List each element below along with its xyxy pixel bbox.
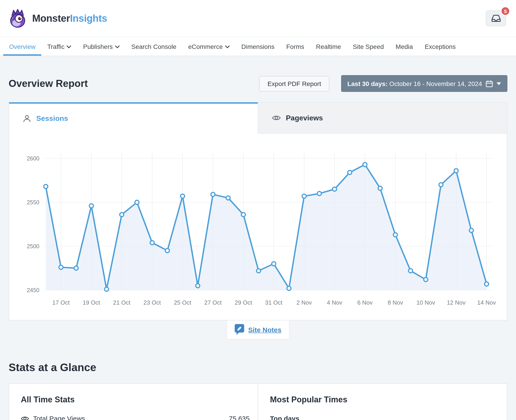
- data-point[interactable]: [241, 212, 245, 217]
- stat-row-total-page-views: Total Page Views 75,635: [21, 415, 250, 420]
- nav-item-site-speed[interactable]: Site Speed: [347, 37, 390, 56]
- date-range-value: October 16 - November 14, 2024: [389, 80, 482, 87]
- nav-item-traffic[interactable]: Traffic: [41, 37, 77, 56]
- data-point[interactable]: [272, 262, 276, 266]
- data-point[interactable]: [196, 284, 200, 288]
- tab-sessions[interactable]: Sessions: [9, 102, 258, 134]
- data-point[interactable]: [363, 163, 367, 166]
- data-point[interactable]: [408, 269, 412, 273]
- nav-item-label: Realtime: [316, 43, 341, 50]
- x-axis-label: 6 Nov: [357, 299, 373, 306]
- nav-item-label: Traffic: [47, 43, 65, 50]
- data-point[interactable]: [135, 200, 139, 204]
- header-actions: 5: [486, 10, 506, 26]
- monster-mascot-icon: [8, 8, 28, 28]
- data-point[interactable]: [150, 240, 154, 245]
- caret-down-icon: [497, 82, 501, 85]
- nav-item-exceptions[interactable]: Exceptions: [419, 37, 462, 56]
- data-point[interactable]: [317, 191, 321, 195]
- stat-label: Total Page Views: [21, 415, 229, 420]
- data-point[interactable]: [439, 183, 443, 187]
- area-fill: [46, 165, 486, 290]
- notifications-button[interactable]: 5: [486, 10, 506, 26]
- all-time-stats-panel: All Time Stats Total Page Views 75,635: [9, 384, 258, 420]
- data-point[interactable]: [424, 278, 428, 282]
- report-content: Overview Report Export PDF Report Last 3…: [0, 75, 516, 420]
- date-range-label: Last 30 days:: [347, 80, 387, 87]
- nav-item-label: Exceptions: [425, 43, 456, 50]
- site-notes-button[interactable]: Site Notes: [226, 320, 290, 339]
- nav-item-label: Dimensions: [241, 43, 274, 50]
- calendar-icon: [486, 80, 493, 87]
- data-point[interactable]: [181, 194, 185, 198]
- nav-item-label: Media: [396, 43, 413, 50]
- nav-item-overview[interactable]: Overview: [3, 37, 41, 56]
- data-point[interactable]: [378, 186, 382, 190]
- x-axis-label: 19 Oct: [83, 299, 100, 306]
- nav-item-label: eCommerce: [188, 43, 223, 50]
- nav-item-realtime[interactable]: Realtime: [310, 37, 347, 56]
- data-point[interactable]: [469, 228, 473, 232]
- y-axis-label: 2550: [27, 199, 39, 205]
- data-point[interactable]: [89, 204, 93, 208]
- nav-item-search-console[interactable]: Search Console: [125, 37, 182, 56]
- data-point[interactable]: [74, 266, 78, 270]
- data-point[interactable]: [104, 287, 108, 291]
- export-pdf-button[interactable]: Export PDF Report: [259, 76, 329, 91]
- x-axis-label: 4 Nov: [327, 299, 342, 306]
- data-point[interactable]: [226, 196, 230, 200]
- date-range-text: Last 30 days: October 16 - November 14, …: [347, 80, 482, 87]
- nav-item-ecommerce[interactable]: eCommerce: [182, 37, 236, 56]
- data-point[interactable]: [211, 192, 215, 196]
- y-axis-label: 2500: [27, 243, 39, 249]
- total-page-views-label: Total Page Views: [33, 415, 85, 420]
- site-header: MonsterInsights 5: [0, 0, 516, 37]
- main-nav: OverviewTrafficPublishersSearch Consolee…: [0, 37, 516, 56]
- report-header: Overview Report Export PDF Report Last 3…: [9, 75, 507, 92]
- nav-item-media[interactable]: Media: [390, 37, 419, 56]
- data-point[interactable]: [59, 265, 63, 269]
- brand-insights: Insights: [70, 12, 107, 24]
- nav-item-label: Forms: [286, 43, 304, 50]
- sessions-chart[interactable]: 245025002550260017 Oct19 Oct21 Oct23 Oct…: [9, 134, 508, 320]
- data-point[interactable]: [165, 248, 169, 253]
- data-point[interactable]: [485, 282, 489, 286]
- data-point[interactable]: [348, 170, 352, 174]
- y-axis-label: 2600: [27, 155, 39, 162]
- chevron-down-icon: [67, 45, 71, 48]
- x-axis-label: 17 Oct: [52, 299, 70, 306]
- total-page-views-value: 75,635: [229, 415, 250, 420]
- x-axis-label: 29 Oct: [235, 299, 252, 306]
- data-point[interactable]: [287, 286, 291, 290]
- top-days-label: Top days: [270, 415, 499, 420]
- chevron-down-icon: [115, 45, 120, 48]
- sessions-chart-card: Sessions Pageviews 245025002550260017 Oc…: [9, 102, 507, 320]
- chart-tabs: Sessions Pageviews: [9, 102, 507, 134]
- data-point[interactable]: [332, 187, 337, 191]
- x-axis-label: 10 Nov: [416, 299, 435, 306]
- most-popular-times-panel: Most Popular Times Top days: [258, 384, 507, 420]
- data-point[interactable]: [44, 184, 48, 188]
- x-axis-label: 31 Oct: [265, 299, 283, 306]
- x-axis-label: 2 Nov: [297, 299, 312, 306]
- data-point[interactable]: [393, 233, 397, 237]
- tab-pageviews[interactable]: Pageviews: [258, 102, 507, 134]
- stats-heading: Stats at a Glance: [9, 361, 507, 374]
- data-point[interactable]: [454, 169, 458, 173]
- data-point[interactable]: [256, 269, 261, 273]
- data-point[interactable]: [120, 212, 124, 217]
- tab-sessions-label: Sessions: [36, 114, 68, 123]
- stats-panel: All Time Stats Total Page Views 75,635 M…: [9, 383, 507, 420]
- x-axis-label: 25 Oct: [174, 299, 191, 306]
- date-range-button[interactable]: Last 30 days: October 16 - November 14, …: [341, 75, 507, 92]
- eye-icon: [21, 415, 29, 420]
- monsterinsights-logo: MonsterInsights: [8, 8, 107, 28]
- pencil-icon: [235, 324, 244, 335]
- data-point[interactable]: [302, 194, 306, 198]
- nav-item-publishers[interactable]: Publishers: [77, 37, 125, 56]
- person-icon: [23, 114, 31, 123]
- nav-item-forms[interactable]: Forms: [280, 37, 310, 56]
- nav-item-dimensions[interactable]: Dimensions: [235, 37, 280, 56]
- all-time-stats-title: All Time Stats: [21, 395, 250, 405]
- site-notes-label: Site Notes: [248, 326, 282, 333]
